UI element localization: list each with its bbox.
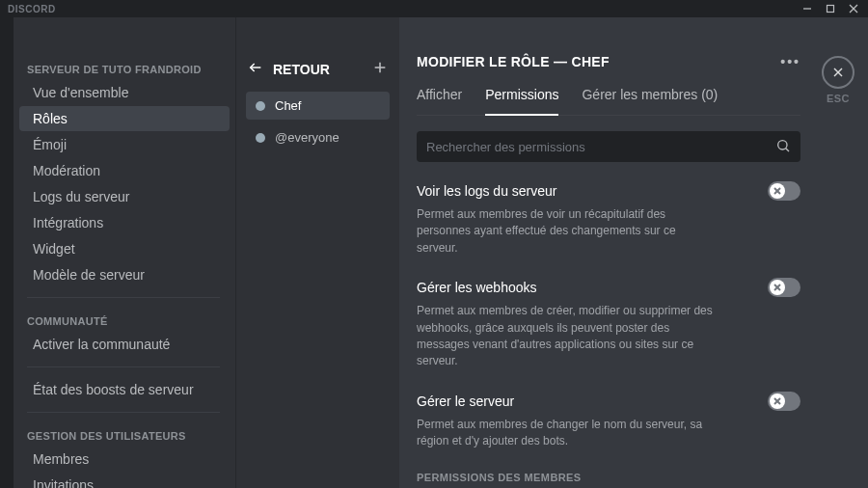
add-role-button[interactable] bbox=[372, 60, 388, 78]
sidebar-separator bbox=[27, 366, 220, 367]
permission-title: Gérer les webhooks bbox=[417, 280, 537, 295]
sidebar-item-invites[interactable]: Invitations bbox=[19, 473, 230, 488]
search-icon bbox=[775, 138, 791, 156]
role-list-column: RETOUR Chef @everyone bbox=[235, 17, 399, 488]
back-button[interactable]: RETOUR bbox=[248, 60, 330, 78]
sidebar-section-title: GESTION DES UTILISATEURS bbox=[14, 422, 230, 446]
tab-manage-members[interactable]: Gérer les membres (0) bbox=[582, 87, 718, 115]
sidebar-item-auditlog[interactable]: Logs du serveur bbox=[19, 184, 230, 209]
role-color-dot bbox=[256, 133, 265, 143]
role-name: @everyone bbox=[275, 130, 339, 145]
titlebar: DISCORD bbox=[0, 0, 868, 17]
permission-row: Gérer le serveur Permet aux membres de c… bbox=[417, 392, 800, 450]
sidebar-separator bbox=[27, 297, 220, 298]
sidebar-item-boosts[interactable]: État des boosts de serveur bbox=[19, 377, 230, 402]
sidebar-separator bbox=[27, 412, 220, 413]
permission-toggle[interactable] bbox=[768, 278, 800, 297]
window-close-icon[interactable] bbox=[847, 2, 860, 15]
settings-sidebar: SERVEUR DE TUTO FRANDROID Vue d'ensemble… bbox=[14, 17, 235, 488]
sidebar-item-overview[interactable]: Vue d'ensemble bbox=[19, 80, 230, 105]
page-title: MODIFIER LE RÔLE — CHEF bbox=[417, 54, 610, 69]
permission-description: Permet aux membres de créer, modifier ou… bbox=[417, 303, 716, 370]
sidebar-item-emoji[interactable]: Émoji bbox=[19, 132, 230, 157]
sidebar-section-title: COMMUNAUTÉ bbox=[14, 308, 230, 331]
titlebar-brand: DISCORD bbox=[8, 4, 800, 14]
window-maximize-icon[interactable] bbox=[824, 2, 837, 15]
permission-description: Permet aux membres de voir un récapitula… bbox=[417, 206, 716, 257]
arrow-left-icon bbox=[248, 60, 263, 78]
permission-row: Gérer les webhooks Permet aux membres de… bbox=[417, 278, 800, 370]
search-input[interactable] bbox=[426, 140, 775, 154]
sidebar-item-roles[interactable]: Rôles bbox=[19, 106, 230, 131]
permission-title: Gérer le serveur bbox=[417, 393, 514, 409]
role-name: Chef bbox=[275, 98, 301, 113]
permission-search[interactable] bbox=[417, 131, 800, 162]
permission-category: PERMISSIONS DES MEMBRES bbox=[417, 472, 800, 483]
role-color-dot bbox=[256, 101, 265, 111]
sidebar-section-title: SERVEUR DE TUTO FRANDROID bbox=[14, 56, 230, 79]
esc-label: ESC bbox=[822, 93, 854, 104]
sidebar-item-template[interactable]: Modèle de serveur bbox=[19, 262, 230, 287]
permission-title: Voir les logs du serveur bbox=[417, 183, 557, 199]
sidebar-item-members[interactable]: Membres bbox=[19, 447, 230, 472]
window-minimize-icon[interactable] bbox=[800, 2, 814, 15]
role-item-everyone[interactable]: @everyone bbox=[246, 123, 390, 151]
role-item-chef[interactable]: Chef bbox=[246, 92, 390, 120]
svg-line-10 bbox=[786, 148, 789, 150]
svg-rect-1 bbox=[827, 6, 834, 13]
svg-point-9 bbox=[778, 140, 787, 149]
sidebar-item-community[interactable]: Activer la communauté bbox=[19, 332, 230, 357]
tab-display[interactable]: Afficher bbox=[417, 87, 462, 115]
tabs: Afficher Permissions Gérer les membres (… bbox=[417, 87, 800, 116]
guild-rail bbox=[0, 17, 14, 488]
permission-row: Voir les logs du serveur Permet aux memb… bbox=[417, 181, 800, 257]
sidebar-item-integrations[interactable]: Intégrations bbox=[19, 210, 230, 235]
more-menu-button[interactable]: ••• bbox=[780, 54, 800, 69]
permission-description: Permet aux membres de changer le nom du … bbox=[417, 417, 716, 450]
tab-permissions[interactable]: Permissions bbox=[485, 87, 558, 116]
role-editor-main: ESC MODIFIER LE RÔLE — CHEF ••• Afficher… bbox=[399, 17, 868, 488]
sidebar-item-widget[interactable]: Widget bbox=[19, 236, 230, 261]
sidebar-item-moderation[interactable]: Modération bbox=[19, 158, 230, 183]
close-button[interactable] bbox=[822, 56, 854, 89]
permission-toggle[interactable] bbox=[768, 181, 800, 201]
back-label: RETOUR bbox=[273, 62, 330, 77]
permission-toggle[interactable] bbox=[768, 392, 800, 411]
